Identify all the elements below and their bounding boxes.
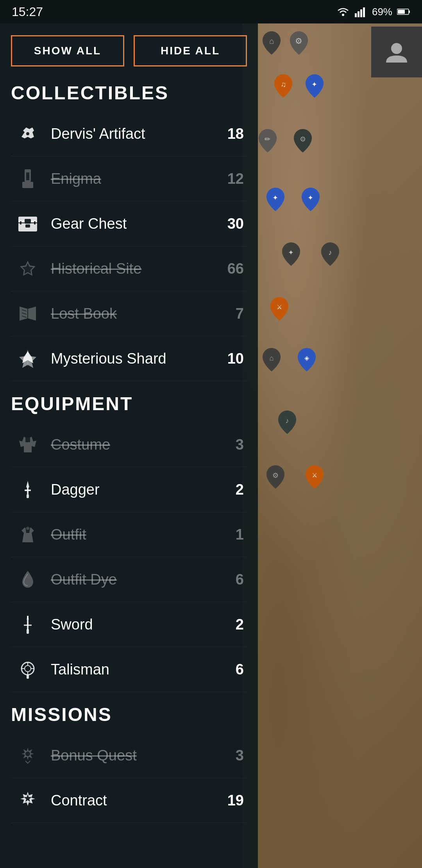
equipment-header: EQUIPMENT bbox=[11, 393, 247, 414]
svg-rect-6 bbox=[398, 10, 405, 14]
historical-site-icon bbox=[14, 255, 41, 282]
map-pin[interactable]: ✏ bbox=[258, 129, 277, 152]
svg-text:♪: ♪ bbox=[285, 416, 289, 425]
list-item-outfit[interactable]: Outfit 1 bbox=[11, 512, 247, 557]
costume-icon bbox=[14, 431, 41, 458]
list-item-mysterious-shard[interactable]: Mysterious Shard 10 bbox=[11, 336, 247, 381]
map-pin[interactable]: ⚙ bbox=[266, 465, 285, 489]
left-panel: SHOW ALL HIDE ALL COLLECTIBLES Dervis' A… bbox=[0, 23, 258, 868]
contract-icon bbox=[14, 787, 41, 814]
list-item-talisman[interactable]: Talisman 6 bbox=[11, 647, 247, 692]
map-pin[interactable]: ◈ bbox=[297, 348, 316, 371]
map-pin[interactable]: ⚔ bbox=[270, 297, 289, 321]
map-pin[interactable]: ✦ bbox=[266, 188, 285, 211]
profile-icon bbox=[383, 38, 410, 66]
svg-text:⚙: ⚙ bbox=[295, 36, 303, 45]
talisman-icon bbox=[14, 656, 41, 683]
map-background: ⌂ ⚙ ♫ ✦ ✏ ⚙ ✦ ✦ ✦ ♪ ⚔ ⌂ bbox=[242, 23, 422, 868]
svg-text:♪: ♪ bbox=[328, 248, 332, 256]
signal-icon bbox=[355, 6, 367, 17]
status-bar: 15:27 69% bbox=[0, 0, 422, 23]
list-item-outfit-dye[interactable]: Outfit Dye 6 bbox=[11, 557, 247, 602]
svg-rect-35 bbox=[34, 221, 36, 224]
svg-rect-27 bbox=[22, 182, 33, 188]
status-time: 15:27 bbox=[12, 5, 43, 19]
outfit-dye-count: 6 bbox=[220, 571, 244, 588]
svg-text:✦: ✦ bbox=[288, 248, 294, 256]
contract-count: 19 bbox=[220, 792, 244, 809]
profile-button[interactable] bbox=[371, 27, 422, 77]
map-pin[interactable]: ⚔ bbox=[305, 465, 324, 489]
list-item-bonus-quest[interactable]: Bonus Quest 3 bbox=[11, 733, 247, 778]
list-item-contract[interactable]: Contract 19 bbox=[11, 778, 247, 823]
bonus-quest-name: Bonus Quest bbox=[51, 747, 220, 764]
svg-rect-34 bbox=[20, 221, 21, 224]
dervis-artifact-count: 18 bbox=[220, 126, 244, 142]
svg-text:✦: ✦ bbox=[308, 194, 314, 202]
hide-all-button[interactable]: HIDE ALL bbox=[134, 35, 247, 66]
svg-point-8 bbox=[391, 43, 402, 54]
outfit-dye-icon bbox=[14, 566, 41, 593]
map-pin[interactable]: ♫ bbox=[274, 74, 293, 98]
svg-point-45 bbox=[25, 665, 31, 672]
svg-text:✦: ✦ bbox=[312, 80, 318, 88]
talisman-count: 6 bbox=[220, 661, 244, 678]
svg-point-51 bbox=[25, 751, 30, 756]
svg-rect-39 bbox=[27, 494, 29, 498]
list-item-gear-chest[interactable]: Gear Chest 30 bbox=[11, 201, 247, 246]
outfit-name: Outfit bbox=[51, 526, 220, 543]
svg-rect-2 bbox=[358, 11, 359, 17]
costume-name: Costume bbox=[51, 436, 220, 453]
dervis-artifact-icon bbox=[14, 120, 41, 147]
battery-icon bbox=[397, 8, 410, 16]
map-pin[interactable]: ⚙ bbox=[289, 31, 309, 55]
svg-rect-4 bbox=[363, 7, 365, 17]
outfit-count: 1 bbox=[220, 526, 244, 543]
dagger-icon bbox=[14, 476, 41, 503]
list-item-enigma[interactable]: Enigma 12 bbox=[11, 156, 247, 201]
lost-book-icon bbox=[14, 300, 41, 327]
svg-rect-33 bbox=[25, 224, 30, 228]
svg-text:✦: ✦ bbox=[273, 194, 279, 202]
mysterious-shard-icon bbox=[14, 345, 41, 372]
svg-rect-50 bbox=[27, 675, 29, 679]
svg-point-0 bbox=[342, 14, 344, 16]
button-row: SHOW ALL HIDE ALL bbox=[11, 35, 247, 66]
map-pin[interactable]: ♪ bbox=[320, 242, 340, 266]
map-pin[interactable]: ✦ bbox=[301, 188, 320, 211]
outfit-icon bbox=[14, 521, 41, 548]
list-item-historical-site[interactable]: Historical Site 66 bbox=[11, 246, 247, 291]
enigma-name: Enigma bbox=[51, 170, 220, 187]
map-pin[interactable]: ⚙ bbox=[293, 129, 313, 152]
map-pin[interactable]: ⌂ bbox=[262, 31, 281, 55]
dagger-count: 2 bbox=[220, 481, 244, 498]
wifi-icon bbox=[336, 6, 350, 17]
map-pin[interactable]: ⌂ bbox=[262, 348, 281, 371]
mysterious-shard-name: Mysterious Shard bbox=[51, 350, 220, 367]
list-item-dervis-artifact[interactable]: Dervis' Artifact 18 bbox=[11, 111, 247, 156]
map-pin[interactable]: ✦ bbox=[281, 242, 301, 266]
svg-text:⚔: ⚔ bbox=[312, 472, 317, 479]
bonus-quest-icon bbox=[14, 742, 41, 769]
list-item-dagger[interactable]: Dagger 2 bbox=[11, 467, 247, 512]
mysterious-shard-count: 10 bbox=[220, 350, 244, 367]
bonus-quest-count: 3 bbox=[220, 747, 244, 764]
sword-count: 2 bbox=[220, 616, 244, 633]
list-item-costume[interactable]: Costume 3 bbox=[11, 422, 247, 467]
map-pin[interactable]: ♪ bbox=[277, 411, 297, 434]
lost-book-name: Lost Book bbox=[51, 305, 220, 322]
list-item-lost-book[interactable]: Lost Book 7 bbox=[11, 291, 247, 336]
gear-chest-icon bbox=[14, 210, 41, 237]
collectibles-header: COLLECTIBLES bbox=[11, 82, 247, 104]
svg-point-25 bbox=[26, 132, 29, 135]
missions-header: MISSIONS bbox=[11, 704, 247, 725]
svg-text:⚔: ⚔ bbox=[277, 303, 282, 310]
svg-rect-1 bbox=[355, 13, 357, 17]
svg-text:⚙: ⚙ bbox=[272, 471, 279, 479]
sword-name: Sword bbox=[51, 616, 220, 633]
map-pin[interactable]: ✦ bbox=[305, 74, 324, 98]
show-all-button[interactable]: SHOW ALL bbox=[11, 35, 124, 66]
svg-rect-7 bbox=[409, 11, 410, 13]
svg-text:◈: ◈ bbox=[304, 354, 309, 361]
list-item-sword[interactable]: Sword 2 bbox=[11, 602, 247, 647]
